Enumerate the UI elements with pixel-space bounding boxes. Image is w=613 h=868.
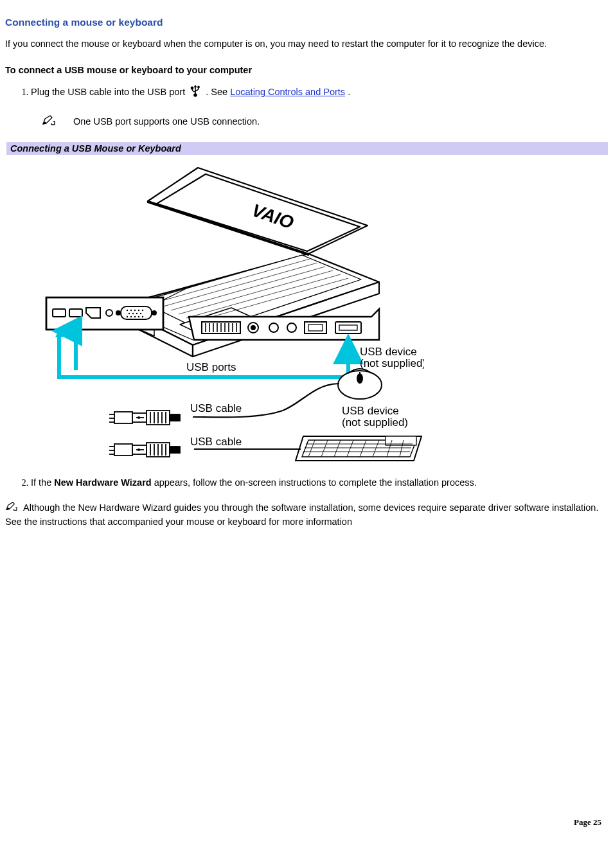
step2-bold: New Hardware Wizard bbox=[54, 477, 151, 488]
label-usb-cable-2: USB cable bbox=[190, 436, 242, 448]
figure-caption-banner: Connecting a USB Mouse or Keyboard bbox=[6, 142, 608, 155]
svg-point-36 bbox=[140, 312, 141, 314]
step1-text-2: . See bbox=[206, 87, 230, 97]
intro-paragraph: If you connect the mouse or keyboard whe… bbox=[5, 37, 608, 51]
step1-text-1: Plug the USB cable into the USB port bbox=[31, 87, 188, 97]
svg-point-38 bbox=[130, 315, 132, 317]
svg-point-39 bbox=[134, 315, 136, 317]
procedure-subheading: To connect a USB mouse or keyboard to yo… bbox=[5, 65, 608, 75]
svg-point-27 bbox=[152, 311, 156, 315]
svg-rect-58 bbox=[308, 324, 323, 331]
page-number: Page 25 bbox=[574, 817, 601, 828]
label-not-supplied-mouse: (not supplied) bbox=[360, 357, 424, 369]
svg-rect-23 bbox=[69, 309, 82, 317]
usb-symbol-icon bbox=[190, 84, 201, 102]
svg-point-37 bbox=[127, 315, 128, 317]
locating-ports-link[interactable]: Locating Controls and Ports bbox=[230, 87, 345, 97]
svg-point-26 bbox=[116, 311, 120, 315]
label-not-supplied-kb: (not supplied) bbox=[342, 416, 408, 429]
step1-note-text: One USB port supports one USB connection… bbox=[73, 115, 260, 129]
step-2: If the New Hardware Wizard appears, foll… bbox=[31, 476, 608, 490]
step-1: Plug the USB cable into the USB port . S… bbox=[31, 84, 608, 130]
svg-rect-95 bbox=[114, 444, 132, 456]
step1-text-3: . bbox=[348, 87, 350, 97]
svg-point-29 bbox=[130, 309, 132, 310]
svg-rect-4 bbox=[198, 86, 200, 88]
svg-point-40 bbox=[138, 315, 139, 317]
step2-text-2: appears, follow the on-screen instructio… bbox=[154, 477, 477, 488]
svg-marker-2 bbox=[194, 85, 197, 87]
svg-marker-64 bbox=[55, 330, 63, 337]
svg-point-24 bbox=[106, 310, 112, 316]
svg-rect-22 bbox=[53, 309, 66, 317]
usb-plug-2 bbox=[109, 443, 180, 457]
step1-note-row: One USB port supports one USB connection… bbox=[42, 114, 608, 130]
svg-point-68 bbox=[357, 374, 362, 383]
svg-point-54 bbox=[251, 326, 255, 330]
svg-point-41 bbox=[142, 315, 143, 317]
usb-connection-diagram: VAIO bbox=[45, 159, 424, 465]
keyboard-illustration bbox=[296, 436, 422, 461]
footnote-text: Although the New Hardware Wizard guides … bbox=[5, 502, 598, 527]
svg-point-1 bbox=[194, 94, 197, 96]
svg-rect-72 bbox=[170, 414, 180, 421]
svg-rect-98 bbox=[170, 447, 180, 453]
svg-point-32 bbox=[142, 309, 143, 310]
label-usb-cable-1: USB cable bbox=[190, 402, 242, 414]
svg-point-30 bbox=[134, 309, 136, 310]
pencil-note-icon bbox=[5, 503, 21, 513]
mouse-illustration bbox=[338, 369, 382, 399]
svg-point-33 bbox=[129, 312, 130, 314]
svg-rect-25 bbox=[121, 306, 152, 319]
pencil-note-icon bbox=[42, 114, 55, 130]
svg-point-56 bbox=[287, 323, 296, 332]
section-heading: Connecting a mouse or keyboard bbox=[5, 17, 608, 28]
step2-text-1: If the bbox=[31, 477, 54, 488]
svg-rect-60 bbox=[339, 325, 357, 330]
footnote-paragraph: Although the New Hardware Wizard guides … bbox=[5, 501, 608, 529]
svg-point-28 bbox=[127, 309, 128, 310]
svg-point-34 bbox=[132, 312, 134, 314]
label-usb-device-kb: USB device bbox=[342, 405, 399, 417]
label-usb-device-mouse: USB device bbox=[360, 346, 417, 358]
svg-point-55 bbox=[269, 323, 278, 332]
usb-plug-1 bbox=[109, 411, 180, 425]
svg-marker-65 bbox=[72, 330, 80, 337]
svg-rect-69 bbox=[114, 412, 132, 423]
svg-point-35 bbox=[136, 312, 138, 314]
svg-point-3 bbox=[191, 87, 193, 89]
label-usb-ports: USB ports bbox=[186, 361, 236, 373]
svg-point-31 bbox=[138, 309, 139, 310]
rear-ports-inset bbox=[46, 297, 163, 330]
